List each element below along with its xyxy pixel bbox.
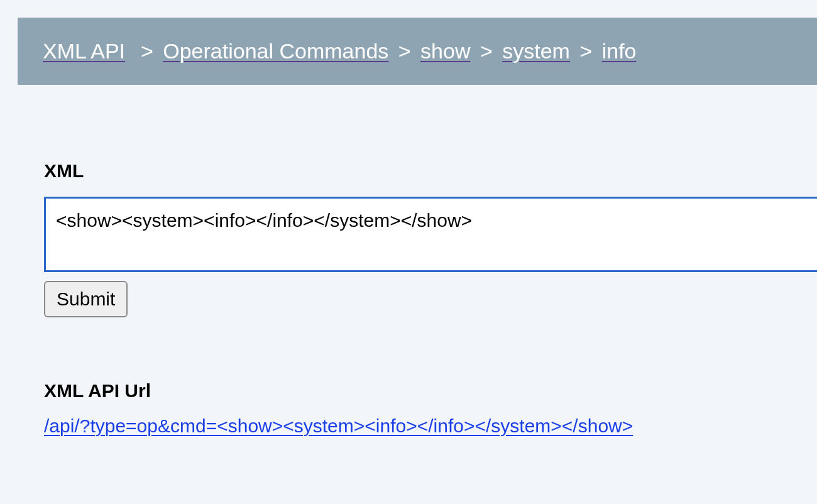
breadcrumb-separator: > (579, 39, 592, 63)
xml-heading: XML (44, 160, 817, 182)
xml-api-url-link[interactable]: /api/?type=op&cmd=<show><system><info></… (44, 415, 633, 437)
breadcrumb-separator: > (141, 39, 153, 63)
breadcrumb-link-show[interactable]: show (420, 39, 470, 63)
breadcrumb-separator: > (480, 39, 493, 63)
xml-input[interactable] (44, 197, 817, 272)
xml-api-url-heading: XML API Url (44, 380, 817, 402)
breadcrumb-separator: > (398, 39, 411, 63)
breadcrumb-link-system[interactable]: system (502, 39, 570, 63)
submit-button[interactable]: Submit (44, 281, 128, 317)
breadcrumb: XML API > Operational Commands > show > … (18, 18, 817, 85)
breadcrumb-link-xml-api[interactable]: XML API (43, 39, 125, 63)
breadcrumb-link-info[interactable]: info (602, 39, 637, 63)
breadcrumb-link-operational-commands[interactable]: Operational Commands (163, 39, 388, 63)
